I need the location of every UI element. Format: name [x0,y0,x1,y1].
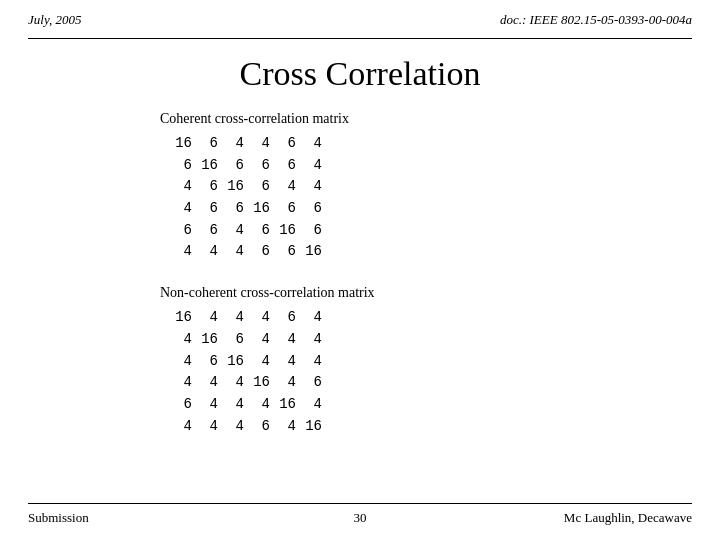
top-divider [28,38,692,39]
header-date: July, 2005 [28,12,81,28]
noncoherent-matrix: 1644464416644446164444441646644416444464… [170,307,680,437]
header-doc: doc.: IEEE 802.15-05-0393-00-004a [500,12,692,28]
coherent-label: Coherent cross-correlation matrix [160,111,680,127]
footer-center: 30 [354,510,367,526]
page-title: Cross Correlation [0,55,720,93]
noncoherent-label: Non-coherent cross-correlation matrix [160,285,680,301]
footer-right: Mc Laughlin, Decawave [564,510,692,526]
bottom-divider [28,503,692,504]
coherent-matrix: 1664464616666446166444661666664616644466… [170,133,680,263]
footer-left: Submission [28,510,89,526]
